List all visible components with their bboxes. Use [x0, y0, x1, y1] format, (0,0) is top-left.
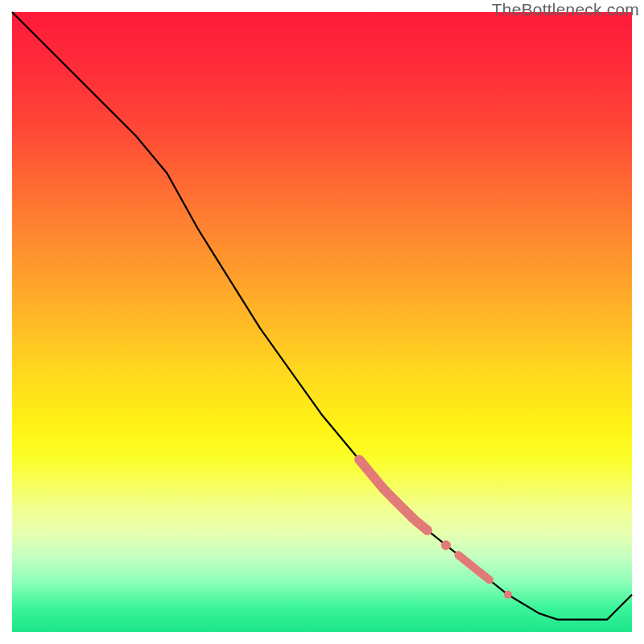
watermark-text: TheBottleneck.com	[492, 0, 639, 19]
chart-gradient-background	[12, 12, 632, 632]
chart-stage: TheBottleneck.com	[0, 0, 644, 644]
